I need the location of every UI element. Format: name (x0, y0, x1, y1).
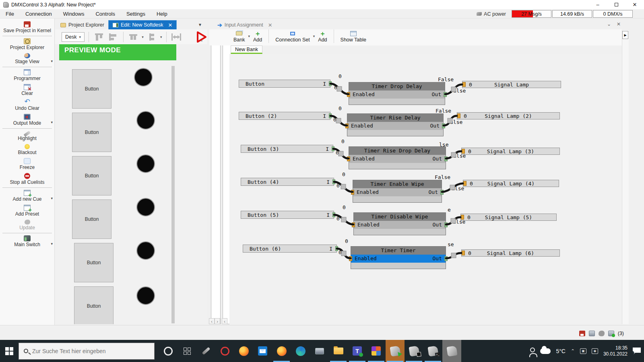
taskbar-opera-icon[interactable] (215, 340, 234, 362)
output-port[interactable] (332, 146, 334, 151)
signal-lamp-node[interactable]: 0Signal Lamp (4) (463, 180, 559, 187)
output-port[interactable] (332, 212, 335, 217)
input-port[interactable] (461, 215, 464, 220)
timer-node[interactable]: Timer Rise Drop Delay EnabledOut (349, 146, 446, 169)
output-port[interactable] (329, 113, 332, 118)
pane-close-icon[interactable]: ✕ (617, 21, 621, 27)
input-port[interactable] (352, 222, 355, 227)
softdesk-signal-lamp[interactable] (136, 198, 155, 216)
dropdown-arrow-icon[interactable]: ▾ (51, 59, 53, 63)
button-node[interactable]: ButtonI (239, 80, 330, 88)
toolbar-overflow-icon[interactable]: ⌄ (200, 38, 203, 42)
minimize-button[interactable]: – (588, 0, 607, 9)
softdesk-button[interactable]: Button (72, 69, 111, 109)
collapsed-panel-strip[interactable] (211, 35, 221, 324)
expand-panel-icon[interactable]: ▶ (622, 31, 628, 39)
clock[interactable]: 18:35 30.01.2022 (603, 345, 627, 357)
sidebar-item-add-new-cue[interactable]: Add new Cue ▾ (0, 189, 54, 204)
tab-edit-new-softdesk[interactable]: Edit: New Softdesk ✕ (108, 20, 177, 30)
same-width-icon[interactable] (128, 31, 139, 43)
button-node[interactable]: Button (4)I (241, 178, 334, 186)
output-port[interactable] (444, 222, 448, 227)
input-port[interactable] (347, 92, 350, 97)
dropdown-arrow-icon[interactable]: ▾ (51, 120, 53, 124)
sidebar-item-programmer[interactable]: Programmer (0, 68, 54, 83)
output-port[interactable] (444, 256, 448, 261)
softdesk-signal-lamp[interactable] (136, 154, 155, 173)
sidebar-item-output-mode[interactable]: Output Mode ▾ (0, 113, 54, 128)
taskbar-remote-desktop-icon[interactable] (310, 340, 329, 362)
scroll-left-icon[interactable]: ‹ (209, 318, 215, 324)
softdesk-signal-lamp[interactable] (136, 286, 155, 305)
people-icon[interactable] (530, 348, 535, 352)
taskbar-file-explorer-icon[interactable] (329, 340, 348, 362)
timer-node[interactable]: Timer Rise Delay EnabledOut (347, 113, 444, 136)
output-port[interactable] (335, 246, 338, 251)
tab-input-assignment[interactable]: ➔ Input Assignment ✕ (213, 20, 277, 30)
bank-button[interactable]: Bank (230, 29, 248, 43)
kernel-status-icon[interactable] (589, 331, 595, 336)
taskbar-dmxcontrol-terminal-icon[interactable]: >_ (423, 340, 442, 362)
tray-icon[interactable]: ▣ (580, 348, 586, 354)
sidebar-item-undo-clear[interactable]: ↶ Undo Clear (0, 98, 54, 113)
align-top-icon[interactable] (93, 31, 105, 43)
input-port[interactable] (351, 190, 354, 195)
output-port[interactable] (440, 190, 444, 195)
taskbar-teams-icon[interactable]: T (348, 340, 367, 362)
vertical-scrollbar[interactable] (171, 66, 175, 323)
button-node[interactable]: Button (3)I (241, 145, 333, 153)
softdesk-signal-lamp[interactable] (136, 111, 155, 130)
align-left-icon[interactable] (107, 31, 119, 43)
button-node[interactable]: Button (5)I (241, 211, 334, 219)
signal-lamp-node[interactable]: 0Signal Lamp (5) (460, 214, 557, 221)
taskbar-mail-icon[interactable] (253, 340, 272, 362)
show-table-button[interactable]: Show Table (337, 29, 369, 43)
sidebar-item-add-preset[interactable]: Add Preset (0, 204, 54, 218)
sidebar-item-stage-view[interactable]: Stage View ▾ (0, 52, 54, 66)
desk-button[interactable]: Desk ▾ (62, 32, 85, 42)
sidebar-item-project-explorer[interactable]: Project Explorer (0, 37, 54, 52)
maximize-button[interactable] (607, 0, 625, 9)
taskbar-cortana-icon[interactable] (159, 340, 178, 362)
menu-file[interactable]: File (0, 10, 20, 18)
menu-windows[interactable]: Windows (58, 10, 90, 18)
softdesk-button[interactable]: Button (74, 243, 114, 282)
softdesk-button[interactable]: Button (72, 113, 111, 152)
taskbar-dmxcontrol-active-icon[interactable] (386, 340, 405, 362)
taskbar-dmxcontrol-kernel-icon[interactable] (405, 340, 423, 362)
connection-set-button[interactable]: Connection Set (272, 29, 313, 43)
close-tab-icon[interactable]: ✕ (168, 22, 173, 28)
timer-node[interactable]: Timer Timer EnabledOut (351, 246, 446, 269)
sidebar-item-blackout[interactable]: Blackout (0, 143, 54, 157)
input-port[interactable] (457, 113, 460, 118)
menu-controls[interactable]: Controls (90, 10, 120, 18)
horizontal-spacing-icon[interactable] (171, 31, 182, 43)
collapsed-panel-strip[interactable] (622, 30, 629, 324)
timer-node[interactable]: Timer Drop Delay EnabledOut (349, 82, 445, 105)
sidebar-item-highlight[interactable]: Highlight (0, 130, 54, 143)
sidebar-item-save-project[interactable]: Save Project in Kernel (0, 20, 54, 35)
temperature[interactable]: 5°C (556, 348, 566, 354)
menu-help[interactable]: Help (151, 10, 173, 18)
signal-lamp-node[interactable]: 0Signal Lamp (2) (457, 112, 560, 119)
taskbar-search[interactable] (19, 343, 155, 360)
tab-list-dropdown-icon[interactable]: ▼ (198, 23, 202, 27)
output-port[interactable] (444, 92, 447, 97)
chevron-down-icon[interactable]: ▾ (142, 35, 144, 39)
chevron-down-icon[interactable]: ▾ (160, 35, 162, 39)
network-status-icon[interactable] (608, 331, 614, 336)
dropdown-arrow-icon[interactable]: ▾ (51, 242, 53, 246)
device-status-icon[interactable] (599, 331, 605, 336)
input-port[interactable] (462, 82, 466, 87)
button-node[interactable]: Button (6)I (243, 245, 337, 253)
sidebar-item-main-switch[interactable]: Main Switch ▾ (0, 234, 54, 249)
output-port[interactable] (332, 179, 335, 184)
dropdown-arrow-icon[interactable]: ▾ (51, 196, 53, 200)
add-bank-button[interactable]: ＋ Add (250, 29, 265, 43)
signal-lamp-node[interactable]: 0Signal Lamp (3) (461, 148, 560, 155)
signal-lamp-node[interactable]: 0Signal Lamp (6) (461, 249, 560, 257)
notification-center-icon[interactable]: 4 (633, 348, 641, 355)
output-port[interactable] (442, 123, 445, 128)
start-button[interactable] (0, 340, 19, 362)
signal-lamp-node[interactable]: 0Signal Lamp (462, 81, 561, 88)
